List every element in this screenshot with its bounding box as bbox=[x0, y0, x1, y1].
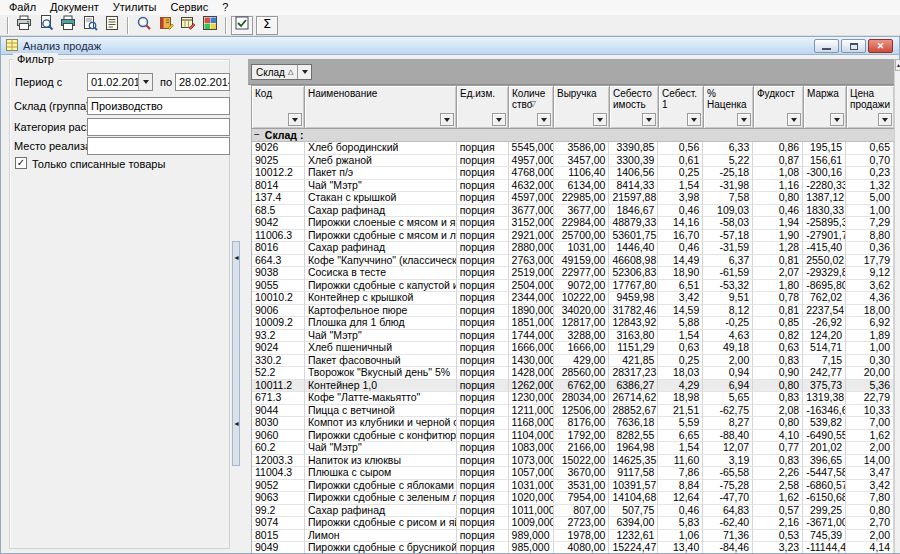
table-row[interactable]: 11006.3Пирожки сдобные с мясом и лукомпо… bbox=[252, 230, 894, 243]
column-label: % Наценка bbox=[707, 88, 750, 110]
table-row[interactable]: 10011.2Контейнер 1,0порция1262,0006762,0… bbox=[252, 380, 894, 393]
window-icon bbox=[6, 39, 18, 53]
table-row[interactable]: 9044Пицца с ветчинойпорция1211,00012506,… bbox=[252, 405, 894, 418]
group-row[interactable]: − Склад : bbox=[252, 129, 894, 142]
collapse-left-icon[interactable]: ◄ bbox=[233, 420, 239, 428]
warehouse-value: Производство bbox=[91, 100, 163, 112]
table-row[interactable]: 9063Пирожки сдобные с зеленым луком ипор… bbox=[252, 492, 894, 505]
table-row[interactable]: 9052Пирожки сдобные с яблоками и корицпо… bbox=[252, 480, 894, 493]
table-row[interactable]: 9024Хлеб пшеничныйпорция1666,0001666,001… bbox=[252, 342, 894, 355]
cell: Напиток из клюквы bbox=[305, 455, 457, 468]
cell: 4080,00 bbox=[554, 542, 610, 553]
cell: 3677,000 bbox=[509, 205, 554, 218]
table-row[interactable]: 93.2Чай "Мэтр"порция1744,0003288,003163,… bbox=[252, 330, 894, 343]
table-row[interactable]: 8014Чай "Мэтр"порция4632,0006134,008414,… bbox=[252, 180, 894, 193]
print-preview-button[interactable] bbox=[35, 16, 57, 35]
color-grid-button[interactable] bbox=[199, 16, 221, 35]
table-row[interactable]: 8016Сахар рафинадпорция2880,0001031,0014… bbox=[252, 242, 894, 255]
maximize-button[interactable] bbox=[841, 39, 866, 53]
table-row[interactable]: 8015Лимонпорция989,0001978,001232,611,06… bbox=[252, 530, 894, 543]
table-row[interactable]: 9055Пирожки сдобные с капустой и яйцомпо… bbox=[252, 280, 894, 293]
table-row[interactable]: 11004.3Плюшка с сыромпорция1057,0003670,… bbox=[252, 467, 894, 480]
cell: 989,000 bbox=[509, 530, 554, 543]
table-row[interactable]: 137.4Стакан с крышкойпорция4597,00022985… bbox=[252, 192, 894, 205]
vertical-scrollbar[interactable]: ▲ bbox=[894, 59, 900, 553]
page-preview-button[interactable] bbox=[79, 16, 101, 35]
expense-category-field[interactable] bbox=[87, 118, 230, 136]
book-edit-button[interactable] bbox=[155, 16, 177, 35]
menu-item-3[interactable]: Сервис bbox=[164, 0, 216, 15]
column-filter-button[interactable] bbox=[830, 113, 844, 126]
cell: 3531,00 bbox=[554, 480, 610, 493]
table-row[interactable]: 9025Хлеб ржанойпорция4957,0003457,003300… bbox=[252, 155, 894, 168]
cell: 10009.2 bbox=[252, 317, 305, 330]
panel-splitter[interactable]: ◄ ◄ bbox=[232, 241, 240, 466]
menu-item-4[interactable]: ? bbox=[215, 0, 235, 15]
table-row[interactable]: 99.2Сахар рафинадпорция1011,000807,00507… bbox=[252, 505, 894, 518]
column-filter-button[interactable] bbox=[492, 113, 506, 126]
table-row[interactable]: 9049Пирожки сдобные с брусникойпорция985… bbox=[252, 542, 894, 553]
table-row[interactable]: 671.3Кофе "Латте-макьятто"порция1230,000… bbox=[252, 392, 894, 405]
cell: Контейнер с крышкой bbox=[305, 292, 457, 305]
table-row[interactable]: 9042Пирожки слоеные с мясом и яйцомпорци… bbox=[252, 217, 894, 230]
menu-item-1[interactable]: Документ bbox=[43, 0, 106, 15]
cell: 2,00 bbox=[846, 530, 894, 543]
table-row[interactable]: 10012.2Пакет п/эпорция4768,0001106,40140… bbox=[252, 167, 894, 180]
table-row[interactable]: 60.2Чай "Мэтр"порция1083,0002166,001964,… bbox=[252, 442, 894, 455]
column-filter-button[interactable] bbox=[537, 113, 551, 126]
table-row[interactable]: 9074Пирожки сдобные с рисом и яйцомпорци… bbox=[252, 517, 894, 530]
close-button[interactable]: ✕ bbox=[868, 39, 893, 53]
print-button[interactable] bbox=[13, 16, 35, 35]
period-from-field[interactable]: 01.02.2014 bbox=[87, 73, 153, 91]
table-row[interactable]: 8030Компот из клубники и черной смородип… bbox=[252, 417, 894, 430]
table-row[interactable]: 664.3Кофе "Капуччино" (классический)порц… bbox=[252, 255, 894, 268]
table-row[interactable]: 9060Пирожки сдобные с конфитюромпорция11… bbox=[252, 430, 894, 443]
cell: порция bbox=[457, 455, 509, 468]
scroll-up-icon[interactable]: ▲ bbox=[895, 59, 900, 71]
table-edit-button[interactable] bbox=[177, 16, 199, 35]
table-row[interactable]: 12003.3Напиток из клюквыпорция1073,00015… bbox=[252, 455, 894, 468]
table-row[interactable]: 68.5Сахар рафинадпорция3677,0003677,0018… bbox=[252, 205, 894, 218]
column-filter-button[interactable] bbox=[593, 113, 607, 126]
sum-button[interactable]: Σ bbox=[256, 16, 278, 35]
column-filter-button[interactable] bbox=[737, 113, 751, 126]
table-row[interactable]: 9038Сосиска в тестепорция2519,00022977,0… bbox=[252, 267, 894, 280]
print-color-button[interactable] bbox=[57, 16, 79, 35]
cell: 1031,000 bbox=[509, 480, 554, 493]
menu-item-0[interactable]: Файл bbox=[2, 0, 43, 15]
collapse-left-icon[interactable]: ◄ bbox=[233, 254, 239, 262]
table-row[interactable]: 9026Хлеб бородинскийпорция5545,0003586,0… bbox=[252, 142, 894, 155]
column-filter-button[interactable] bbox=[642, 113, 656, 126]
column-filter-button[interactable] bbox=[878, 113, 892, 126]
search-button[interactable] bbox=[133, 16, 155, 35]
group-by-dropdown[interactable] bbox=[298, 65, 311, 79]
warehouse-field[interactable]: Производство bbox=[87, 97, 230, 115]
journal-button[interactable] bbox=[101, 16, 123, 35]
table-row[interactable]: 10009.2Плошка для 1 блюдпорция1851,00012… bbox=[252, 317, 894, 330]
column-filter-button[interactable] bbox=[440, 113, 454, 126]
column-filter-button[interactable] bbox=[687, 113, 701, 126]
cell: порция bbox=[457, 167, 509, 180]
written-off-checkbox[interactable]: ✓ bbox=[15, 157, 27, 169]
table-row[interactable]: 52.2Творожок "Вкусный день" 5%порция1428… bbox=[252, 367, 894, 380]
cell: 1151,29 bbox=[609, 342, 658, 355]
table-row[interactable]: 10010.2Контейнер с крышкойпорция2344,000… bbox=[252, 292, 894, 305]
period-from-dropdown[interactable] bbox=[138, 74, 152, 90]
column-header-5: Себестоимость bbox=[610, 86, 659, 129]
menu-item-2[interactable]: Утилиты bbox=[106, 0, 164, 15]
group-by-button[interactable]: Склад △ bbox=[251, 64, 312, 80]
sales-place-field[interactable] bbox=[87, 137, 230, 155]
collapse-group-icon[interactable]: − bbox=[254, 130, 260, 140]
column-filter-button[interactable] bbox=[787, 113, 801, 126]
table-row[interactable]: 330.2Пакет фасовочныйпорция1430,000429,0… bbox=[252, 355, 894, 368]
minimize-button[interactable] bbox=[814, 39, 839, 53]
cell: 1406,56 bbox=[609, 167, 658, 180]
cell: 745,39 bbox=[803, 530, 846, 543]
column-filter-button[interactable] bbox=[288, 113, 302, 126]
period-to-field[interactable]: 28.02.2014 bbox=[175, 73, 230, 91]
filter-check-button[interactable] bbox=[231, 16, 253, 35]
cell: 2921,000 bbox=[509, 230, 554, 243]
cell: 2,16 bbox=[753, 517, 803, 530]
cell: -11144,47 bbox=[803, 542, 846, 553]
table-row[interactable]: 9006Картофельное пюрепорция1890,00034020… bbox=[252, 305, 894, 318]
